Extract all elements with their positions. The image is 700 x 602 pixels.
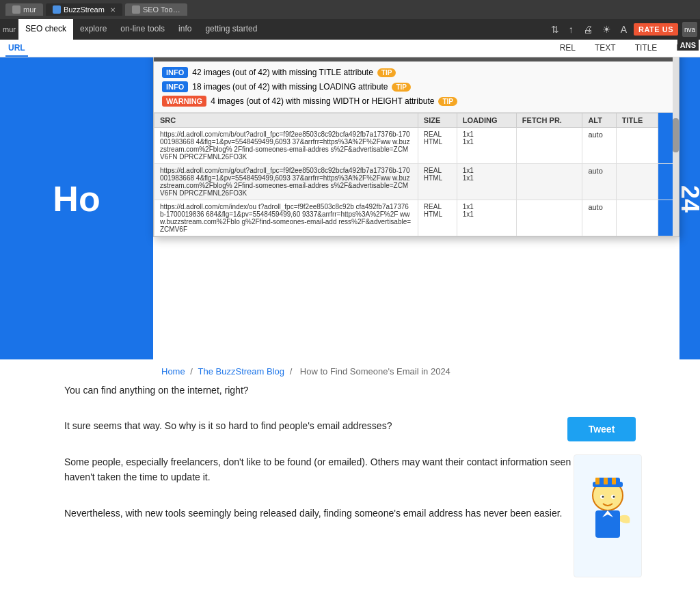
browser-tab-seo[interactable]: SEO Too… [125, 3, 187, 16]
svg-rect-5 [612, 478, 616, 484]
svg-point-9 [613, 496, 615, 498]
nav-tab-explore[interactable]: explore [73, 19, 113, 40]
alert-row-2: INFO 18 images (out of 42) with missing … [162, 81, 671, 92]
arrow-up-icon-button[interactable]: ↑ [566, 23, 576, 36]
sec-nav-rel-label: REL [560, 43, 576, 53]
ans-label: ANS [677, 40, 699, 51]
table-row: https://d.adroll.com/cm/g/out?adroll_fpc… [154, 164, 679, 200]
cell-size-html-3: HTML [424, 210, 442, 218]
cell-dim-top-1: 1x1 [463, 131, 474, 138]
nav-right: ⇅ ↑ 🖨 ☀ A RATE US nva [548, 22, 697, 37]
alert-tip-2[interactable]: TIP [392, 83, 411, 92]
sec-nav-url[interactable]: URL [5, 40, 28, 57]
svg-rect-3 [595, 478, 600, 484]
alert-message-1: 42 images (out of 42) with missing TITLE… [192, 68, 373, 77]
col-alt: ALT [582, 113, 616, 128]
cell-size-html-1: HTML [424, 138, 442, 146]
cell-loading-2 [516, 164, 582, 200]
sec-nav-text[interactable]: TEXT [592, 40, 619, 57]
cell-alt-1 [616, 128, 658, 164]
canvas-label: nva [684, 26, 695, 33]
cell-src-3: https://d.adroll.com/cm/index/ou t?adrol… [154, 200, 418, 236]
nav-tabs: SEO check explore on-line tools info get… [18, 19, 265, 40]
print-icon-button[interactable]: 🖨 [580, 23, 595, 36]
alert-badge-info-1: INFO [162, 67, 188, 78]
nav-tab-seo-check-label: SEO check [25, 24, 66, 33]
tab-favicon-seo [132, 5, 140, 14]
cell-size-real-1: REAL [424, 131, 442, 138]
hero-left-text: Ho [53, 178, 100, 219]
col-title: TITLE [616, 113, 658, 128]
alert-message-2: 18 images (out of 42) with missing LOADI… [192, 82, 388, 92]
cell-dim-2: 1x1 1x1 [457, 164, 516, 200]
article-para-1: You can find anything on the internet, r… [64, 383, 597, 398]
breadcrumb-sep-1: / [190, 366, 195, 377]
seo-table-wrapper[interactable]: SRC SIZE LOADING FETCH PR. ALT TITLE htt… [154, 113, 679, 236]
character-illustration [574, 454, 642, 577]
sec-nav-title-label: TITLE [635, 43, 658, 53]
sort-icon-button[interactable]: ⇅ [548, 23, 562, 36]
nav-left: mur [3, 25, 16, 33]
article-para-2: It sure seems that way. So why is it so … [64, 418, 597, 433]
alert-tip-3[interactable]: TIP [438, 97, 457, 106]
nav-label-mur: mur [3, 25, 16, 33]
panel-scrollbar-thumb [673, 118, 679, 152]
cell-dim-top-2: 1x1 [463, 167, 474, 174]
sec-nav-title[interactable]: TITLE [632, 40, 660, 57]
cell-size-html-2: HTML [424, 174, 442, 182]
cell-size-1: REAL HTML [418, 128, 457, 164]
alert-badge-warning: WARNING [162, 96, 206, 107]
cell-dim-bot-1: 1x1 [463, 138, 474, 146]
nav-tab-online-tools[interactable]: on-line tools [113, 19, 172, 40]
nav-tab-getting-started[interactable]: getting started [198, 19, 264, 40]
font-icon-button[interactable]: A [618, 23, 630, 36]
tab-favicon-mur [12, 5, 21, 14]
article-para-3: Some people, especially freelancers, don… [64, 454, 597, 485]
alert-tip-1[interactable]: TIP [377, 68, 396, 77]
top-nav: mur SEO check explore on-line tools info… [0, 19, 700, 40]
col-size: SIZE [418, 113, 457, 128]
nav-tab-info[interactable]: info [172, 19, 198, 40]
svg-rect-4 [604, 478, 608, 484]
breadcrumb-home-link[interactable]: Home [161, 366, 185, 377]
nav-tab-seo-check[interactable]: SEO check [18, 19, 73, 40]
cell-loading-3 [516, 200, 582, 236]
canvas-icon: nva [682, 22, 697, 37]
secondary-nav: URL REL TEXT TITLE IMG [0, 40, 700, 57]
browser-tab-mur[interactable]: mur [5, 3, 43, 16]
sec-nav-rel[interactable]: REL [557, 40, 578, 57]
tab-close-icon[interactable]: ✕ [110, 6, 116, 14]
cell-dim-3: 1x1 1x1 [457, 200, 516, 236]
panel-scrollbar[interactable] [673, 39, 679, 236]
tab-favicon-buzzstream [53, 5, 61, 14]
col-fetch-pr: FETCH PR. [516, 113, 582, 128]
breadcrumb-blog-link[interactable]: The BuzzStream Blog [198, 366, 284, 377]
article-content: You can find anything on the internet, r… [64, 383, 597, 541]
cell-size-real-2: REAL [424, 167, 442, 174]
col-src: SRC [154, 113, 418, 128]
tweet-button[interactable]: Tweet [567, 417, 636, 441]
table-row: https://d.adroll.com/cm/index/ou t?adrol… [154, 200, 679, 236]
tab-label-mur: mur [23, 5, 36, 14]
cell-fetchpr-2: auto [582, 164, 616, 200]
breadcrumb: Home / The BuzzStream Blog / How to Find… [153, 362, 679, 381]
sec-nav-url-label: URL [8, 43, 25, 53]
sun-icon-button[interactable]: ☀ [600, 23, 614, 36]
cell-size-3: REAL HTML [418, 200, 457, 236]
cell-dim-bot-3: 1x1 [463, 210, 474, 218]
article-para-4: Nevertheless, with new tools seemingly b… [64, 506, 597, 521]
browser-tab-bar: mur BuzzStream ✕ SEO Too… [0, 0, 700, 19]
rate-us-button[interactable]: RATE US [634, 23, 678, 36]
cell-src-2: https://d.adroll.com/cm/g/out?adroll_fpc… [154, 164, 418, 200]
cell-dim-bot-2: 1x1 [463, 174, 474, 182]
breadcrumb-current: How to Find Someone's Email in 2024 [300, 366, 450, 377]
cell-alt-3 [616, 200, 658, 236]
character-svg [580, 475, 635, 557]
nav-tab-getting-started-label: getting started [205, 24, 257, 33]
cell-fetchpr-1: auto [582, 128, 616, 164]
seo-panel: IMAGES ∧ INFO 42 images (out of 42) with… [153, 38, 679, 237]
browser-tab-buzzstream[interactable]: BuzzStream ✕ [46, 3, 122, 16]
svg-point-8 [602, 496, 604, 498]
hero-left-area: Ho [0, 38, 153, 359]
nav-tab-online-tools-label: on-line tools [120, 24, 165, 33]
